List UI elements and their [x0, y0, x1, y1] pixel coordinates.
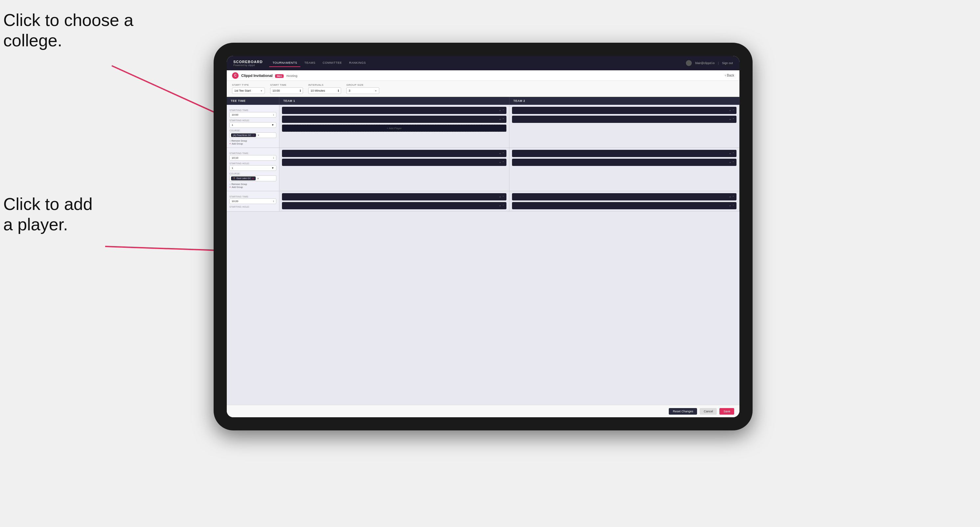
remove-player-icon[interactable]: × — [729, 204, 731, 207]
nav-signout[interactable]: Sign out — [722, 62, 733, 65]
team1-panel-2: × ⌃ × ⌃ — [279, 148, 509, 191]
remove-player-icon[interactable]: × — [499, 118, 501, 121]
nav-brand: SCOREBOARD Powered by clippd — [233, 60, 262, 67]
course-label-1: COURSE: — [229, 129, 276, 132]
group-actions-2: ○ Remove Group + Add Group — [229, 183, 276, 188]
nav-right: blair@clippd.io | Sign out — [686, 60, 733, 66]
annotation-choose-college: Click to choose a college. — [3, 10, 134, 51]
footer-bar: Reset Changes Cancel Save — [227, 405, 740, 417]
course-tag-1: (A) Peachtree GC × — [231, 133, 256, 137]
reset-changes-button[interactable]: Reset Changes — [669, 408, 697, 414]
intervals-select[interactable]: 10 Minutes ℹ — [308, 87, 341, 94]
remove-course-icon-2[interactable]: × — [252, 178, 254, 180]
move-player-icon[interactable]: ⌃ — [502, 204, 504, 207]
remove-player-icon[interactable]: × — [499, 161, 501, 164]
remove-course-icon[interactable]: × — [253, 134, 254, 137]
group-2-left-panel: STARTING TIME: 10:10 ℹ STARTING HOLE: 1 … — [227, 148, 279, 191]
back-button[interactable]: ‹ Back — [725, 74, 734, 77]
chevron-course-icon: ▼ — [257, 134, 259, 137]
group-row-2: STARTING TIME: 10:10 ℹ STARTING HOLE: 1 … — [227, 148, 740, 191]
chevron-icon: ▼ — [272, 124, 274, 127]
remove-player-icon[interactable]: × — [499, 109, 501, 112]
tablet-screen: SCOREBOARD Powered by clippd TOURNAMENTS… — [227, 56, 740, 417]
start-time-label: Start Time — [270, 83, 303, 86]
start-type-label: Start Type — [232, 83, 265, 86]
start-type-select[interactable]: 1st Tee Start ▼ — [232, 87, 265, 94]
group-size-select[interactable]: 3 ▼ — [346, 87, 379, 94]
add-player-label: + Add Player — [387, 127, 402, 130]
nav-link-tournaments[interactable]: TOURNAMENTS — [269, 59, 301, 67]
team1-panel-3: × ⌃ × ⌃ — [279, 191, 509, 211]
player-row: × ⌃ — [512, 107, 737, 114]
starting-hole-label-2: STARTING HOLE: — [229, 162, 276, 165]
team2-panel-1: × ⌃ × ⌃ — [509, 105, 740, 148]
main-content: STARTING TIME: 10:00 ℹ STARTING HOLE: 1 … — [227, 105, 740, 405]
move-player-icon[interactable]: ⌃ — [502, 109, 504, 112]
chevron-icon-2: ▼ — [272, 167, 274, 170]
move-player-icon[interactable]: ⌃ — [502, 118, 504, 121]
start-time-input[interactable]: 10:00 ℹ — [270, 87, 303, 94]
starting-time-label-1: STARTING TIME: — [229, 109, 276, 111]
add-group-btn-2[interactable]: + Add Group — [229, 186, 276, 188]
tablet-frame: SCOREBOARD Powered by clippd TOURNAMENTS… — [214, 43, 752, 430]
nav-link-teams[interactable]: TEAMS — [301, 59, 319, 67]
chevron-down-icon: ▼ — [260, 90, 262, 92]
remove-player-icon[interactable]: × — [499, 204, 501, 207]
info-icon-5: ℹ — [273, 200, 274, 203]
cancel-button[interactable]: Cancel — [700, 408, 717, 414]
start-type-group: Start Type 1st Tee Start ▼ — [232, 83, 265, 94]
add-group-btn-1[interactable]: + Add Group — [229, 143, 276, 145]
start-time-group: Start Time 10:00 ℹ — [270, 83, 303, 94]
th-tee-time: Tee Time — [227, 97, 279, 105]
remove-player-icon[interactable]: × — [729, 118, 731, 121]
annotation-line2: college. — [3, 31, 62, 50]
remove-player-icon[interactable]: × — [729, 195, 731, 198]
move-player-icon[interactable]: ⌃ — [732, 161, 735, 164]
starting-time-input-1[interactable]: 10:00 ℹ — [229, 112, 276, 117]
annotation-line1: Click to choose a — [3, 11, 134, 30]
nav-links: TOURNAMENTS TEAMS COMMITTEE RANKINGS — [269, 59, 686, 67]
save-button[interactable]: Save — [719, 408, 734, 414]
info-icon: ℹ — [300, 89, 301, 92]
sub-header: C Clippd Invitational Men Hosting ‹ Back — [227, 70, 740, 81]
course-select-1[interactable]: (A) Peachtree GC × ▼ — [229, 132, 276, 138]
move-player-icon[interactable]: ⌃ — [732, 118, 735, 121]
group-3-left-panel: STARTING TIME: 10:20 ℹ STARTING HOLE: — [227, 191, 279, 211]
remove-player-icon[interactable]: × — [499, 195, 501, 198]
player-row: × ⌃ — [512, 159, 737, 166]
player-row: × ⌃ — [512, 150, 737, 157]
starting-hole-label-3: STARTING HOLE: — [229, 206, 276, 208]
move-player-icon[interactable]: ⌃ — [502, 152, 504, 155]
move-player-icon[interactable]: ⌃ — [732, 195, 735, 198]
move-player-icon[interactable]: ⌃ — [732, 204, 735, 207]
move-player-icon[interactable]: ⌃ — [502, 195, 504, 198]
remove-player-icon[interactable]: × — [729, 152, 731, 155]
remove-group-btn-2[interactable]: ○ Remove Group — [229, 183, 276, 185]
player-row: × ⌃ — [282, 150, 506, 157]
info-icon-4: ℹ — [273, 157, 274, 159]
th-team2: Team 2 — [509, 97, 740, 105]
remove-player-icon[interactable]: × — [499, 152, 501, 155]
course-tag-2: 🏌 East Lake GC × — [231, 176, 256, 180]
group-size-label: Group Size — [346, 83, 379, 86]
table-header: Tee Time Team 1 Team 2 — [227, 97, 740, 105]
course-select-2[interactable]: 🏌 East Lake GC × ▼ — [229, 175, 276, 181]
starting-hole-input-1[interactable]: 1 ▼ — [229, 122, 276, 128]
move-player-icon[interactable]: ⌃ — [732, 152, 735, 155]
starting-time-input-2[interactable]: 10:10 ℹ — [229, 155, 276, 161]
starting-time-input-3[interactable]: 10:20 ℹ — [229, 198, 276, 204]
move-player-icon[interactable]: ⌃ — [502, 161, 504, 164]
nav-link-rankings[interactable]: RANKINGS — [346, 59, 369, 67]
player-row: × ⌃ — [512, 193, 737, 200]
info-icon-3: ℹ — [273, 114, 274, 116]
starting-hole-input-2[interactable]: 1 ▼ — [229, 165, 276, 171]
remove-player-icon[interactable]: × — [729, 161, 731, 164]
annotation-line3: Click to add — [3, 195, 93, 214]
move-player-icon[interactable]: ⌃ — [732, 109, 735, 112]
group-row: STARTING TIME: 10:00 ℹ STARTING HOLE: 1 … — [227, 105, 740, 148]
nav-link-committee[interactable]: COMMITTEE — [320, 59, 345, 67]
add-player-row-1[interactable]: + Add Player — [282, 124, 506, 132]
remove-group-btn-1[interactable]: ○ Remove Group — [229, 140, 276, 142]
remove-player-icon[interactable]: × — [729, 109, 731, 112]
team1-panel-1: × ⌃ × ⌃ + Add Player — [279, 105, 509, 148]
